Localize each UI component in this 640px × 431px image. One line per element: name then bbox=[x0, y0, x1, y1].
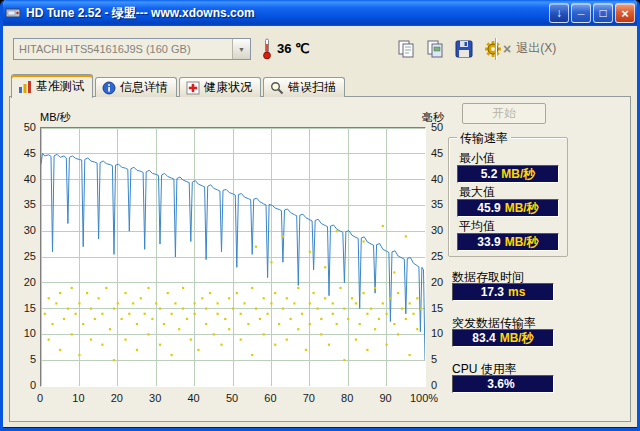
thermometer-icon bbox=[261, 37, 273, 61]
start-button[interactable]: 开始 bbox=[462, 103, 546, 124]
y-axis-right-tick: 45 bbox=[431, 147, 443, 159]
copy-screenshot-button[interactable] bbox=[422, 36, 448, 62]
chevron-down-icon[interactable]: ▼ bbox=[232, 39, 250, 59]
temperature-value: 36 ℃ bbox=[277, 41, 310, 56]
titlebar: HD Tune 2.52 - 绿盟--- www.xdowns.com ↓ _ … bbox=[0, 0, 640, 26]
y-axis-right-tick: 0 bbox=[431, 379, 437, 391]
y-left-axis-label: MB/秒 bbox=[40, 110, 71, 125]
y-axis-right-tick: 10 bbox=[431, 327, 443, 339]
y-axis-right-tick: 25 bbox=[431, 250, 443, 262]
copy-icon bbox=[396, 39, 416, 59]
access-time-value: 17.3 bbox=[481, 285, 504, 299]
info-icon bbox=[102, 81, 116, 95]
tab-info-label: 信息详情 bbox=[120, 79, 168, 96]
window-title: HD Tune 2.52 - 绿盟--- www.xdowns.com bbox=[26, 5, 549, 22]
x-axis-tick: 0 bbox=[37, 392, 43, 404]
x-axis-tick: 50 bbox=[226, 392, 238, 404]
y-right-axis-label: 毫秒 bbox=[422, 110, 444, 125]
burst-rate-value-box: 83.4 MB/秒 bbox=[452, 329, 554, 347]
y-axis-tick: 25 bbox=[12, 250, 36, 262]
toolbar: HITACHI HTS541616J9S (160 GB) ▼ 36 ℃ bbox=[3, 26, 637, 74]
tab-benchmark[interactable]: 基准测试 bbox=[11, 74, 93, 98]
y-axis-right-tick: 40 bbox=[431, 173, 443, 185]
tab-strip: 基准测试 信息详情 健康状况 bbox=[11, 74, 347, 97]
y-axis-tick: 0 bbox=[12, 379, 36, 391]
tab-error-scan-label: 错误扫描 bbox=[288, 79, 336, 96]
x-axis-tick: 90 bbox=[379, 392, 391, 404]
tab-info[interactable]: 信息详情 bbox=[95, 77, 177, 97]
tab-health[interactable]: 健康状况 bbox=[179, 77, 261, 97]
avg-value-box: 33.9 MB/秒 bbox=[457, 233, 559, 251]
save-screenshot-button[interactable] bbox=[451, 36, 477, 62]
transfer-rate-group-title: 传输速率 bbox=[457, 130, 511, 147]
benchmark-icon bbox=[18, 80, 32, 94]
hd-tune-window: HD Tune 2.52 - 绿盟--- www.xdowns.com ↓ _ … bbox=[0, 0, 640, 431]
x-axis-tick: 10 bbox=[72, 392, 84, 404]
x-axis-tick: 60 bbox=[264, 392, 276, 404]
exit-x-icon: × bbox=[503, 42, 511, 56]
y-axis-tick: 35 bbox=[12, 198, 36, 210]
avg-unit: MB/秒 bbox=[505, 234, 539, 251]
tab-benchmark-label: 基准测试 bbox=[36, 78, 84, 95]
floppy-save-icon bbox=[454, 39, 474, 59]
cpu-usage-value: 3.6% bbox=[487, 377, 514, 391]
y-axis-right-tick: 35 bbox=[431, 198, 443, 210]
y-axis-tick: 5 bbox=[12, 353, 36, 365]
max-value-box: 45.9 MB/秒 bbox=[457, 199, 559, 217]
toolbar-separator bbox=[495, 38, 497, 60]
x-axis-tick: 100% bbox=[410, 392, 438, 404]
y-axis-tick: 40 bbox=[12, 173, 36, 185]
cpu-usage-value-box: 3.6% bbox=[452, 375, 554, 393]
close-button[interactable]: × bbox=[615, 3, 635, 23]
x-axis-tick: 80 bbox=[341, 392, 353, 404]
access-time-unit: ms bbox=[508, 285, 525, 299]
y-axis-tick: 30 bbox=[12, 224, 36, 236]
y-axis-tick: 10 bbox=[12, 327, 36, 339]
screenshot-icon bbox=[425, 39, 445, 59]
y-axis-right-tick: 15 bbox=[431, 302, 443, 314]
gear-icon bbox=[482, 38, 504, 60]
health-cross-icon bbox=[186, 81, 200, 95]
minimize-button[interactable]: _ bbox=[571, 3, 591, 23]
x-axis-tick: 40 bbox=[187, 392, 199, 404]
burst-rate-value: 83.4 bbox=[472, 331, 495, 345]
min-value: 5.2 bbox=[481, 167, 498, 181]
max-value: 45.9 bbox=[477, 201, 500, 215]
benchmark-page: MB/秒 毫秒 50454035302520151050504540353025… bbox=[9, 96, 631, 422]
avg-value: 33.9 bbox=[477, 235, 500, 249]
drive-select-value: HITACHI HTS541616J9S (160 GB) bbox=[14, 43, 232, 55]
copy-text-button[interactable] bbox=[393, 36, 419, 62]
tab-error-scan[interactable]: 错误扫描 bbox=[263, 77, 345, 97]
drive-select[interactable]: HITACHI HTS541616J9S (160 GB) ▼ bbox=[13, 38, 251, 60]
magnifier-icon bbox=[270, 81, 284, 95]
download-arrow-button[interactable]: ↓ bbox=[549, 3, 569, 23]
maximize-button[interactable]: □ bbox=[593, 3, 613, 23]
app-icon bbox=[5, 5, 21, 21]
max-unit: MB/秒 bbox=[505, 200, 539, 217]
exit-label: 退出(X) bbox=[516, 40, 556, 57]
min-value-box: 5.2 MB/秒 bbox=[457, 165, 559, 183]
benchmark-chart bbox=[40, 127, 426, 387]
y-axis-tick: 45 bbox=[12, 147, 36, 159]
x-axis-tick: 20 bbox=[111, 392, 123, 404]
tab-health-label: 健康状况 bbox=[204, 79, 252, 96]
y-axis-right-tick: 20 bbox=[431, 276, 443, 288]
y-axis-right-tick: 5 bbox=[431, 353, 437, 365]
y-axis-tick: 50 bbox=[12, 121, 36, 133]
burst-rate-unit: MB/秒 bbox=[500, 330, 534, 347]
y-axis-right-tick: 30 bbox=[431, 224, 443, 236]
transfer-rate-group: 传输速率 最小值 5.2 MB/秒 最大值 45.9 MB/秒 平均值 33.9… bbox=[448, 137, 568, 257]
titlebar-buttons: ↓ _ □ × bbox=[549, 3, 635, 23]
y-axis-tick: 15 bbox=[12, 302, 36, 314]
y-axis-tick: 20 bbox=[12, 276, 36, 288]
toolbar-icon-buttons bbox=[393, 36, 506, 62]
x-axis-tick: 30 bbox=[149, 392, 161, 404]
min-unit: MB/秒 bbox=[501, 166, 535, 183]
access-time-value-box: 17.3 ms bbox=[452, 283, 554, 301]
exit-button[interactable]: × 退出(X) bbox=[503, 40, 556, 57]
x-axis-tick: 70 bbox=[303, 392, 315, 404]
